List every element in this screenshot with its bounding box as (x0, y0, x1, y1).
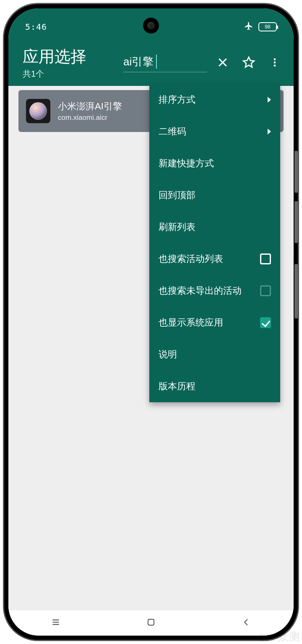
nav-home-button[interactable] (134, 615, 168, 631)
svg-rect-8 (148, 619, 154, 625)
navigation-bar (8, 610, 294, 636)
menu-label: 回到顶部 (159, 189, 195, 202)
menu-help[interactable]: 说明 (149, 339, 280, 370)
menu-label: 刷新列表 (159, 221, 195, 233)
close-icon (216, 56, 229, 70)
nav-back-button[interactable] (229, 615, 263, 631)
menu-label: 也搜索活动列表 (159, 253, 223, 265)
camera-notch (143, 18, 159, 34)
page-title: 应用选择 (23, 46, 107, 67)
menu-label: 排序方式 (159, 93, 195, 106)
checkbox-unchecked-icon[interactable] (260, 253, 271, 264)
battery-pct: 98 (265, 24, 270, 30)
svg-point-2 (274, 58, 276, 60)
app-name-label: 小米澎湃AI引擎 (58, 100, 122, 113)
overflow-menu: 排序方式 二维码 新建快捷方式 回到顶部 刷新列表 也搜索活动列表 (149, 84, 280, 402)
menu-create-shortcut[interactable]: 新建快捷方式 (149, 147, 280, 179)
menu-changelog[interactable]: 版本历程 (149, 370, 280, 402)
menu-scroll-top[interactable]: 回到顶部 (149, 179, 280, 211)
chevron-left-icon (241, 617, 251, 629)
airplane-icon (244, 21, 253, 32)
menu-qrcode[interactable]: 二维码 (149, 116, 280, 147)
menu-search-unexported[interactable]: 也搜索未导出的活动 (149, 275, 280, 307)
favorite-button[interactable] (236, 50, 262, 76)
menu-label: 版本历程 (159, 380, 195, 393)
text-cursor (156, 54, 157, 69)
battery-icon: 98 (258, 22, 277, 31)
search-wrap (123, 54, 208, 72)
hw-power (294, 264, 298, 318)
watermark-big: 众测 (278, 630, 300, 643)
menu-show-system-apps[interactable]: 也显示系统应用 (149, 307, 280, 339)
app-texts: 小米澎湃AI引擎 com.xiaomi.aicr (58, 100, 122, 122)
hw-volume-up (294, 151, 298, 193)
menu-sort[interactable]: 排序方式 (149, 84, 280, 116)
menu-search-activities[interactable]: 也搜索活动列表 (149, 243, 280, 275)
watermark: 新浪 众测 (259, 629, 300, 644)
status-right: 98 (244, 21, 277, 32)
menu-lines-icon (50, 617, 61, 629)
square-icon (146, 617, 156, 629)
nav-recents-button[interactable] (39, 615, 73, 631)
watermark-brand: 新浪 (259, 634, 275, 642)
menu-label: 也搜索未导出的活动 (159, 284, 242, 297)
clear-search-button[interactable] (210, 50, 236, 76)
app-package-label: com.xiaomi.aicr (58, 114, 122, 122)
menu-label: 新建快捷方式 (159, 157, 214, 170)
status-clock: 5:46 (25, 22, 47, 32)
search-input[interactable] (123, 54, 207, 72)
screen: 5:46 98 应用选择 共1个 (8, 8, 294, 636)
hw-volume-down (294, 201, 298, 243)
title-block: 应用选择 共1个 (23, 46, 107, 80)
chevron-right-icon (268, 129, 271, 134)
page-subtitle: 共1个 (23, 68, 107, 80)
device-frame: 5:46 98 应用选择 共1个 (4, 4, 298, 640)
checkbox-checked-icon[interactable] (260, 317, 271, 328)
overflow-button[interactable] (262, 50, 288, 76)
menu-label: 也显示系统应用 (159, 316, 223, 329)
chevron-right-icon (268, 97, 271, 103)
app-bar: 应用选择 共1个 (8, 40, 294, 86)
menu-label: 说明 (159, 348, 177, 361)
star-icon (242, 56, 255, 70)
menu-refresh-list[interactable]: 刷新列表 (149, 211, 280, 243)
svg-point-3 (274, 61, 276, 63)
app-icon (26, 99, 50, 123)
checkbox-disabled-icon (260, 285, 271, 296)
svg-point-4 (274, 65, 276, 67)
more-vert-icon (269, 57, 280, 69)
menu-label: 二维码 (159, 125, 186, 138)
